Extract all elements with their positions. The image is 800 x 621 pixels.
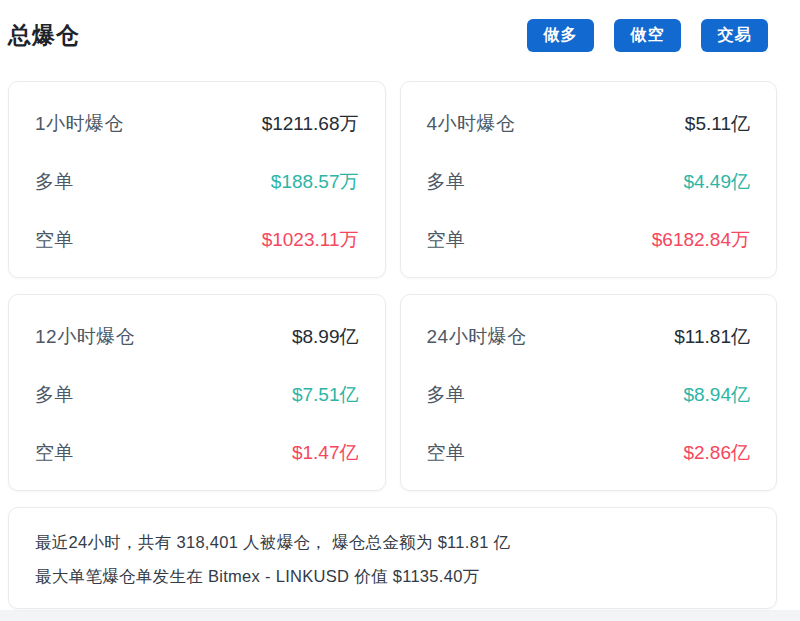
card-total-row: 1小时爆仓 $1211.68万 (35, 111, 359, 137)
card-short-row: 空单 $2.86亿 (427, 440, 751, 466)
short-label: 空单 (35, 227, 74, 253)
page-title: 总爆仓 (8, 20, 80, 51)
short-value: $1023.11万 (262, 227, 359, 253)
short-label: 空单 (35, 440, 74, 466)
card-short-row: 空单 $6182.84万 (427, 227, 751, 253)
long-label: 多单 (427, 169, 466, 195)
long-value: $7.51亿 (292, 382, 359, 408)
card-short-row: 空单 $1023.11万 (35, 227, 359, 253)
total-value: $1211.68万 (262, 111, 359, 137)
card-24h-liquidation: 24小时爆仓 $11.81亿 多单 $8.94亿 空单 $2.86亿 (400, 294, 778, 491)
card-total-row: 24小时爆仓 $11.81亿 (427, 324, 751, 350)
long-label: 多单 (35, 169, 74, 195)
card-long-row: 多单 $8.94亿 (427, 382, 751, 408)
cards-grid: 1小时爆仓 $1211.68万 多单 $188.57万 空单 $1023.11万… (8, 81, 777, 491)
short-label: 空单 (427, 440, 466, 466)
card-4h-liquidation: 4小时爆仓 $5.11亿 多单 $4.49亿 空单 $6182.84万 (400, 81, 778, 278)
summary-line-1: 最近24小时，共有 318,401 人被爆仓， 爆仓总金额为 $11.81 亿 (35, 525, 750, 559)
card-total-row: 4小时爆仓 $5.11亿 (427, 111, 751, 137)
card-title: 12小时爆仓 (35, 324, 135, 350)
short-button[interactable]: 做空 (614, 19, 681, 52)
card-long-row: 多单 $188.57万 (35, 169, 359, 195)
content-container: 总爆仓 做多 做空 交易 1小时爆仓 $1211.68万 多单 $188.57万… (8, 16, 777, 609)
long-value: $4.49亿 (683, 169, 750, 195)
card-12h-liquidation: 12小时爆仓 $8.99亿 多单 $7.51亿 空单 $1.47亿 (8, 294, 386, 491)
toolbar: 做多 做空 交易 (527, 19, 768, 52)
card-title: 4小时爆仓 (427, 111, 516, 137)
long-value: $188.57万 (271, 169, 359, 195)
card-total-row: 12小时爆仓 $8.99亿 (35, 324, 359, 350)
card-title: 1小时爆仓 (35, 111, 124, 137)
card-short-row: 空单 $1.47亿 (35, 440, 359, 466)
card-long-row: 多单 $4.49亿 (427, 169, 751, 195)
short-value: $1.47亿 (292, 440, 359, 466)
summary-card: 最近24小时，共有 318,401 人被爆仓， 爆仓总金额为 $11.81 亿 … (8, 507, 777, 609)
long-label: 多单 (35, 382, 74, 408)
liquidation-panel: 总爆仓 做多 做空 交易 1小时爆仓 $1211.68万 多单 $188.57万… (0, 0, 800, 610)
short-value: $2.86亿 (683, 440, 750, 466)
card-1h-liquidation: 1小时爆仓 $1211.68万 多单 $188.57万 空单 $1023.11万 (8, 81, 386, 278)
long-value: $8.94亿 (683, 382, 750, 408)
summary-line-2: 最大单笔爆仓单发生在 Bitmex - LINKUSD 价值 $1135.40万 (35, 559, 750, 593)
long-button[interactable]: 做多 (527, 19, 594, 52)
total-value: $5.11亿 (685, 111, 750, 137)
total-value: $11.81亿 (674, 324, 750, 350)
trade-button[interactable]: 交易 (701, 19, 768, 52)
card-long-row: 多单 $7.51亿 (35, 382, 359, 408)
header: 总爆仓 做多 做空 交易 (8, 16, 777, 54)
total-value: $8.99亿 (292, 324, 359, 350)
card-title: 24小时爆仓 (427, 324, 527, 350)
long-label: 多单 (427, 382, 466, 408)
short-label: 空单 (427, 227, 466, 253)
short-value: $6182.84万 (652, 227, 750, 253)
